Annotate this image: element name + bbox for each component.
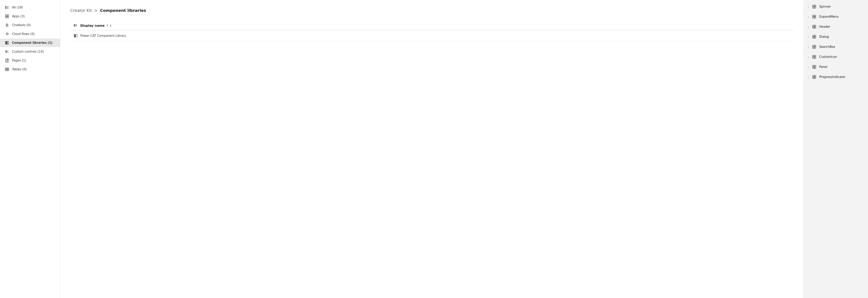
svg-rect-40: [75, 34, 76, 37]
table-row[interactable]: Power CAT Component Library: [70, 30, 794, 41]
svg-rect-60: [813, 47, 814, 49]
component-grid-icon-panel: [812, 65, 816, 69]
main-content: Creator Kit > Component libraries: [60, 0, 804, 298]
panel-item-panel-label: Panel: [819, 65, 827, 69]
svg-rect-64: [813, 57, 814, 58]
svg-rect-41: [76, 34, 77, 37]
panel-item-panel[interactable]: › Panel: [804, 62, 868, 72]
panel-item-spinner[interactable]: › Spinner: [804, 2, 868, 12]
svg-rect-72: [813, 77, 814, 79]
svg-rect-56: [813, 37, 814, 38]
svg-rect-52: [813, 27, 814, 28]
sidebar-item-pages-label: Pages (1): [12, 59, 26, 62]
component-grid-icon-progressindicator: [812, 75, 816, 79]
chevron-right-icon-expandmenu: ›: [808, 15, 809, 18]
list-icon: [5, 5, 9, 10]
table-header[interactable]: Display name ↑ ↓: [70, 21, 794, 30]
panel-item-expandmenu-label: ExpandMenu: [819, 15, 839, 19]
svg-rect-19: [7, 41, 9, 44]
svg-rect-66: [813, 65, 814, 67]
sidebar-item-component-libraries-label: Component libraries (1): [12, 41, 53, 44]
panel-item-header[interactable]: › Header: [804, 22, 868, 32]
svg-rect-53: [814, 27, 816, 28]
content-table: Display name ↑ ↓ Power CAT Com: [70, 21, 794, 41]
pages-icon: [5, 58, 9, 63]
svg-rect-70: [813, 76, 814, 77]
svg-rect-5: [5, 8, 6, 9]
sidebar-item-pages[interactable]: Pages (1): [0, 56, 60, 65]
component-grid-icon-expandmenu: [812, 14, 816, 19]
svg-rect-20: [6, 51, 7, 52]
cloud-flows-icon: [5, 32, 9, 36]
svg-rect-73: [814, 77, 816, 79]
panel-item-expandmenu[interactable]: › ExpandMenu: [804, 12, 868, 22]
svg-point-14: [7, 23, 7, 24]
sidebar-item-tables[interactable]: Tables (0): [0, 65, 60, 73]
component-grid-icon-searchbox: [812, 44, 816, 49]
chevron-right-icon-dialog: ›: [808, 35, 809, 38]
svg-rect-65: [814, 57, 816, 58]
svg-rect-3: [5, 6, 6, 7]
svg-rect-37: [74, 26, 74, 27]
svg-rect-58: [813, 45, 814, 47]
sort-arrows[interactable]: ↑ ↓: [106, 24, 112, 27]
sidebar-item-component-libraries[interactable]: Component libraries (1): [0, 38, 60, 47]
svg-rect-18: [7, 41, 7, 44]
svg-rect-62: [813, 55, 814, 57]
sidebar-item-cloud-flows[interactable]: Cloud flows (0): [0, 30, 60, 38]
right-panel: › Spinner › ExpandM: [804, 0, 868, 298]
sidebar-item-custom-controls[interactable]: Custom controls (14): [0, 48, 60, 56]
svg-rect-45: [814, 7, 816, 8]
chevron-right-icon-searchbox: ›: [808, 46, 809, 49]
component-grid-icon-dialog: [812, 35, 816, 39]
sidebar-item-chatbots[interactable]: Chatbots (0): [0, 21, 60, 29]
breadcrumb: Creator Kit > Component libraries: [70, 8, 794, 13]
breadcrumb-separator: >: [94, 8, 98, 13]
sidebar-item-all-label: All (19): [12, 6, 23, 9]
sidebar-item-apps-label: Apps (3): [12, 14, 25, 18]
svg-rect-49: [814, 17, 816, 18]
panel-item-customicon[interactable]: › CustomIcon: [804, 52, 868, 62]
chevron-right-icon-panel: ›: [808, 65, 809, 68]
chevron-right-icon-progressindicator: ›: [808, 76, 809, 79]
svg-rect-71: [814, 76, 816, 77]
breadcrumb-current: Component libraries: [100, 8, 146, 13]
table-column-header: Display name ↑ ↓: [80, 24, 112, 28]
svg-rect-35: [74, 24, 74, 25]
breadcrumb-parent[interactable]: Creator Kit: [70, 8, 92, 13]
component-libraries-icon: [5, 40, 9, 45]
panel-item-spinner-label: Spinner: [819, 5, 831, 8]
component-grid-icon-spinner: [812, 4, 816, 9]
panel-item-progressindicator[interactable]: › ProgressIndicator: [804, 72, 868, 82]
panel-item-header-label: Header: [819, 25, 830, 29]
sidebar-item-cloud-flows-label: Cloud flows (0): [12, 32, 34, 36]
panel-item-dialog[interactable]: › Dialog: [804, 32, 868, 42]
chatbots-icon: [5, 23, 9, 27]
svg-rect-9: [7, 17, 9, 18]
svg-rect-61: [814, 47, 816, 49]
svg-rect-4: [5, 7, 6, 8]
component-grid-icon-customicon: [812, 55, 816, 59]
sidebar-item-apps[interactable]: Apps (3): [0, 12, 60, 21]
svg-rect-43: [814, 5, 816, 6]
panel-item-customicon-label: CustomIcon: [819, 55, 837, 59]
sidebar-item-all[interactable]: All (19): [0, 3, 60, 12]
svg-rect-7: [7, 15, 9, 16]
chevron-right-icon-header: ›: [808, 25, 809, 28]
sidebar-item-tables-label: Tables (0): [12, 67, 27, 71]
custom-controls-icon: [5, 50, 9, 54]
sidebar-item-chatbots-label: Chatbots (0): [12, 23, 31, 27]
svg-rect-47: [814, 15, 816, 17]
svg-rect-36: [74, 25, 74, 26]
svg-rect-27: [5, 68, 9, 71]
svg-rect-21: [6, 52, 7, 53]
library-row-icon: [73, 34, 78, 38]
panel-item-progressindicator-label: ProgressIndicator: [819, 75, 845, 79]
svg-rect-50: [813, 25, 814, 27]
table-row-label: Power CAT Component Library: [80, 34, 126, 37]
panel-item-searchbox-label: SearchBox: [819, 45, 835, 49]
apps-icon: [5, 14, 9, 19]
svg-rect-67: [814, 65, 816, 67]
panel-item-searchbox[interactable]: › SearchBox: [804, 42, 868, 52]
chevron-right-icon-customicon: ›: [808, 56, 809, 58]
